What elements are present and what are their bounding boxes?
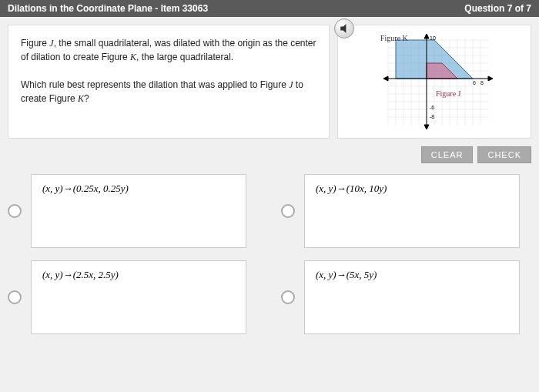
choice-c-card: (x, y)→(2.5x, 2.5y) [31,260,246,334]
top-row: Figure J, the small quadrilateral, was d… [8,25,531,139]
figure-k-ref: K [130,52,136,62]
check-button[interactable]: CHECK [477,146,531,163]
choices-grid: (x, y)→(0.25x, 0.25y) (x, y)→(10x, 10y) … [8,174,531,334]
main-area: Figure J, the small quadrilateral, was d… [0,17,539,342]
figure-j-label: Figure J [436,89,461,98]
svg-marker-29 [424,34,429,39]
svg-text:10: 10 [430,35,436,41]
txt: , the large quadrilateral. [136,52,233,62]
speaker-icon [340,24,349,33]
choice-d-card: (x, y)→(5x, 5y) [304,260,520,334]
figure-k-label: Figure K [380,34,408,42]
svg-marker-0 [340,24,346,33]
radio-b[interactable] [281,204,295,218]
header-bar: Dilations in the Coordinate Plane - Item… [0,0,539,17]
txt: ? [84,93,89,104]
question-card: Figure J, the small quadrilateral, was d… [8,25,330,139]
coordinate-graph: Figure K Figure J [373,32,496,131]
choice-b-text: (x, y)→(10x, 10y) [316,183,387,194]
figure-k-ref2: K [78,93,84,104]
svg-text:6: 6 [473,80,476,85]
graph-svg: 10 6 8 -8 -6 [373,32,496,131]
choice-c-text: (x, y)→(2.5x, 2.5y) [42,269,119,280]
svg-marker-32 [383,76,388,81]
audio-button[interactable] [334,18,354,39]
choice-a[interactable]: (x, y)→(0.25x, 0.25y) [8,174,258,248]
radio-c[interactable] [8,290,22,304]
choice-d[interactable]: (x, y)→(5x, 5y) [281,260,531,334]
choice-c[interactable]: (x, y)→(2.5x, 2.5y) [8,260,258,334]
radio-a[interactable] [8,204,22,218]
svg-text:-8: -8 [430,114,434,119]
choice-b-card: (x, y)→(10x, 10y) [304,174,520,248]
svg-text:-6: -6 [430,105,434,110]
question-paragraph-2: Which rule best represents the dilation … [21,78,316,106]
question-paragraph-1: Figure J, the small quadrilateral, was d… [21,36,316,64]
txt: Figure [21,38,49,49]
radio-d[interactable] [281,290,295,304]
choice-d-text: (x, y)→(5x, 5y) [316,269,377,280]
svg-marker-31 [488,76,493,81]
txt: Which rule best represents the dilation … [21,79,289,90]
header-title: Dilations in the Coordinate Plane - Item… [8,3,208,14]
choice-b[interactable]: (x, y)→(10x, 10y) [281,174,531,248]
choice-a-text: (x, y)→(0.25x, 0.25y) [42,183,129,194]
clear-button[interactable]: CLEAR [421,146,474,163]
svg-text:8: 8 [480,80,484,85]
question-progress: Question 7 of 7 [464,3,531,14]
button-row: CLEAR CHECK [8,146,531,163]
figure-card: Figure K Figure J [337,25,531,139]
choice-a-card: (x, y)→(0.25x, 0.25y) [31,174,246,248]
svg-marker-30 [424,125,429,129]
